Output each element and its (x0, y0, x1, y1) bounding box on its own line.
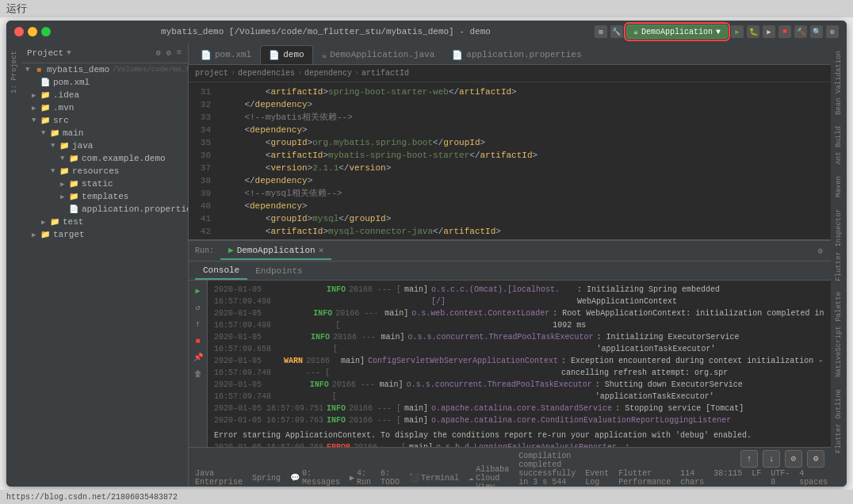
log-pkg: main] (404, 414, 428, 426)
run-restart-btn[interactable]: ↺ (191, 300, 205, 315)
outer-frame: 运行 mybatis_demo [/Volumes/code/mo_flutte… (0, 0, 853, 504)
log-line: 2020-01-05 16:57:09.498 INFO 20166 --- [… (214, 284, 824, 307)
tree-label: mybatis_demo (47, 65, 109, 74)
tab-console[interactable]: Console (195, 262, 247, 280)
tree-item-static[interactable]: ▶ 📁 static (22, 178, 188, 190)
tree-item-pom[interactable]: 📄 pom.xml (22, 76, 188, 89)
build-icon[interactable]: 🔨 (794, 25, 807, 38)
stop-icon[interactable]: ■ (778, 25, 791, 38)
breadcrumb-sep: › (354, 69, 359, 78)
status-spring[interactable]: Spring (252, 474, 281, 483)
status-todo[interactable]: 6: TODO (381, 469, 400, 487)
status-right: Event Log Flutter Performance 114 chars … (585, 469, 828, 487)
tab-app-props[interactable]: 📄 application.properties (443, 45, 590, 64)
scroll-up-btn[interactable]: ↑ (740, 450, 758, 468)
tab-demo-app[interactable]: ☕ DemoApplication.java (313, 45, 444, 64)
toolbar-icon-1[interactable]: ⊞ (595, 25, 607, 38)
search-icon[interactable]: 🔍 (810, 25, 823, 38)
tree-item-templates[interactable]: ▶ 📁 templates (22, 190, 188, 203)
tab-pom-xml[interactable]: 📄 pom.xml (192, 45, 260, 64)
module-icon: ■ (33, 64, 44, 75)
run-settings-icon[interactable]: ⚙ (817, 246, 824, 257)
url-bar: https://blog.csdn.net/21806035483872 (0, 490, 853, 504)
run-play-icon[interactable]: ▶ (731, 25, 744, 38)
settings-icon[interactable]: ⚙ (826, 25, 839, 38)
run-up-btn[interactable]: ↑ (191, 317, 205, 331)
maximize-button[interactable] (41, 27, 51, 36)
tree-item-appprops[interactable]: 📄 application.properties (22, 203, 188, 216)
right-tab-nativescript[interactable]: NativeScript Palette (833, 287, 844, 382)
minimize-button[interactable] (28, 27, 37, 36)
run-button[interactable]: ☕ DemoApplication ▼ (626, 25, 728, 39)
log-output: 2020-01-05 16:57:09.498 INFO 20166 --- [… (208, 281, 831, 447)
right-tab-flutter-outline[interactable]: Flutter Outline (833, 384, 844, 458)
folder-icon: 📁 (49, 216, 60, 227)
tab-endpoints[interactable]: Endpoints (247, 262, 310, 280)
tab-label: DemoApplication.java (330, 50, 434, 59)
panel-header-icons: ⚙ ⚙ ≡ (155, 48, 183, 59)
error-context-text: Error starting ApplicationContext. To di… (214, 430, 752, 441)
status-alibaba[interactable]: ☁ Alibaba Cloud View (469, 465, 509, 487)
tree-item-resources[interactable]: ▼ 📁 resources (22, 165, 188, 178)
tree-item-src[interactable]: ▼ 📁 src (22, 114, 188, 127)
tree-label: target (53, 230, 85, 239)
tab-demo[interactable]: 📄 demo (260, 45, 312, 64)
code-editor: 3132333435 3637383940 4142434445 4647 <a… (189, 82, 831, 239)
clear-log-btn[interactable]: ⊘ (785, 450, 802, 468)
run-pin-btn[interactable]: 📌 (191, 350, 205, 365)
right-tab-ant-build[interactable]: Ant Build (833, 121, 844, 170)
tree-item-test[interactable]: ▶ 📁 test (22, 216, 188, 228)
log-class: ConfigServletWebServerApplicationContext (368, 355, 558, 379)
status-run[interactable]: ▶ 4: Run (350, 469, 371, 487)
tree-item-mvn[interactable]: ▶ 📁 .mvn (22, 101, 188, 114)
status-label: 0: Messages (302, 469, 340, 487)
log-level: INFO (310, 379, 329, 403)
code-content[interactable]: <artifactId>spring-boot-starter-web</art… (217, 82, 831, 239)
toolbar-icon-2[interactable]: 🔧 (610, 25, 623, 38)
gear-icon[interactable]: ⚙ (165, 48, 173, 59)
close-button[interactable] (14, 27, 24, 36)
log-msg: : Initializing Spring embedded WebApplic… (577, 284, 824, 307)
run-panel-header: Run: ▶ DemoApplication ✕ ⚙ (189, 241, 831, 262)
tree-item-idea[interactable]: ▶ 📁 .idea (22, 89, 188, 101)
settings-btn[interactable]: ⚙ (807, 450, 824, 468)
run-coverage-icon[interactable]: ▶ (763, 25, 775, 38)
log-level: WARN (284, 355, 303, 379)
right-tab-flutter-inspector[interactable]: Flutter Inspector (833, 204, 844, 286)
run-tab-close[interactable]: ✕ (319, 245, 324, 255)
log-pkg: main] (384, 307, 408, 331)
run-clear-btn[interactable]: 🗑 (191, 367, 205, 381)
tree-item-main[interactable]: ▼ 📁 main (22, 127, 188, 139)
tab-label: pom.xml (215, 50, 251, 59)
status-flutter-perf[interactable]: Flutter Performance (618, 469, 671, 487)
file-icon: 📄 (269, 50, 280, 60)
console-tab-label: Console (203, 265, 239, 275)
log-line: 2020-01-05 16:57:09.658 INFO 20166 --- [… (214, 331, 824, 355)
editor-tabs: 📄 pom.xml 📄 demo ☕ DemoApplication.java … (189, 43, 831, 65)
status-messages[interactable]: 💬 0: Messages (290, 469, 340, 487)
log-thread: 20166 --- [ (349, 403, 401, 414)
folder-icon: 📁 (40, 229, 51, 240)
run-stop-btn[interactable]: ■ (191, 334, 205, 348)
status-label: 4: Run (357, 469, 371, 487)
scroll-down-btn[interactable]: ↓ (763, 450, 780, 468)
log-msg: : Root WebApplicationContext: initializa… (553, 307, 824, 331)
right-tab-bean-validation[interactable]: Bean Validation (833, 46, 844, 120)
tree-item-target[interactable]: ▶ 📁 target (22, 228, 188, 241)
sync-icon[interactable]: ⚙ (155, 48, 163, 59)
log-msg: : Stopping service [Tomcat] (615, 403, 744, 414)
error-pkg: main] (409, 441, 433, 447)
log-class: o.s.s.concurrent.ThreadPoolTaskExecutor (408, 331, 594, 355)
tree-item-com[interactable]: ▼ 📁 com.example.demo (22, 152, 188, 165)
right-tab-maven[interactable]: Maven (833, 171, 844, 202)
run-resume-btn[interactable]: ▶ (191, 284, 205, 298)
tree-item-java[interactable]: ▼ 📁 java (22, 139, 188, 152)
status-terminal[interactable]: ⬛ Terminal (409, 473, 459, 483)
tree-item-root[interactable]: ▼ ■ mybatis_demo /Volumes/code/mo_flutte… (22, 63, 188, 76)
status-event-log[interactable]: Event Log (585, 469, 609, 487)
run-tab-config[interactable]: ▶ DemoApplication ✕ (220, 242, 331, 260)
debug-icon[interactable]: 🐛 (747, 25, 759, 38)
status-java-enterprise[interactable]: Java Enterprise (195, 469, 243, 487)
panel-settings-icon[interactable]: ≡ (175, 48, 183, 59)
sidebar-tab-project[interactable]: 1: Project (9, 46, 20, 98)
